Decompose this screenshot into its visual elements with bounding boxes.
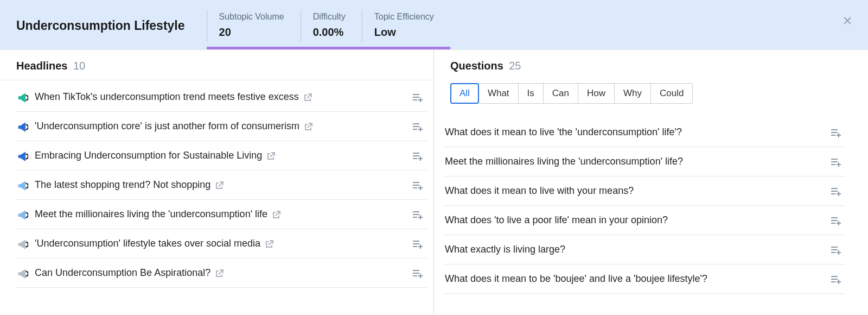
headline-row: Embracing Underconsumption for Sustainab… [16, 141, 427, 171]
headlines-column: Headlines 10 When TikTok's underconsumpt… [0, 50, 434, 315]
megaphone-icon [17, 238, 28, 249]
filter-why[interactable]: Why [615, 83, 651, 104]
megaphone-icon [17, 268, 28, 279]
headline-text: When TikTok's underconsumption trend mee… [35, 91, 405, 103]
headline-row: When TikTok's underconsumption trend mee… [16, 80, 427, 112]
megaphone-icon [17, 180, 28, 191]
headline-text-label: Can Underconsumption Be Aspirational? [35, 267, 210, 279]
headline-row: 'Underconsumption core' is just another … [16, 112, 427, 141]
add-to-list-button[interactable] [412, 180, 424, 191]
add-to-list-button[interactable] [830, 215, 842, 226]
add-to-list-button[interactable] [412, 92, 424, 103]
headlines-count: 10 [73, 60, 85, 72]
external-link-button[interactable] [215, 268, 225, 278]
external-link-button[interactable] [265, 239, 275, 249]
headline-row: Can Underconsumption Be Aspirational? [16, 259, 427, 288]
headline-text: Can Underconsumption Be Aspirational? [35, 267, 405, 279]
headline-text: 'Underconsumption' lifestyle takes over … [35, 238, 405, 249]
external-link-button[interactable] [303, 92, 313, 102]
question-text: What does it mean to live 'the 'undercon… [445, 127, 824, 138]
topic-metrics: Subtopic Volume 20 Difficulty 0.00% Topi… [207, 10, 450, 42]
headline-row: Meet the millionaires living the 'underc… [16, 200, 427, 229]
add-to-list-button[interactable] [830, 186, 842, 197]
headline-text-label: Meet the millionaires living the 'underc… [35, 209, 267, 220]
filter-how[interactable]: How [578, 83, 615, 104]
metric-difficulty: Difficulty 0.00% [301, 10, 362, 42]
headline-text: Meet the millionaires living the 'underc… [35, 209, 405, 220]
metric-subtopic-volume: Subtopic Volume 20 [207, 10, 301, 42]
filter-can[interactable]: Can [544, 83, 578, 104]
question-text: What does 'to live a poor life' mean in … [445, 215, 824, 226]
question-text: What does it mean to live with your mean… [445, 185, 824, 197]
headline-text: 'Underconsumption core' is just another … [35, 121, 405, 132]
filter-what[interactable]: What [479, 83, 519, 104]
external-link-button[interactable] [266, 151, 276, 161]
question-text: Meet the millionaires living the 'underc… [445, 156, 824, 167]
megaphone-icon [17, 121, 28, 132]
add-to-list-button[interactable] [830, 156, 842, 167]
close-button[interactable] [842, 15, 853, 26]
megaphone-icon [17, 150, 28, 161]
add-to-list-button[interactable] [830, 127, 842, 138]
metric-value: 0.00% [313, 26, 346, 39]
questions-column: Questions 25 AllWhatIsCanHowWhyCould Wha… [434, 50, 868, 315]
filter-is[interactable]: Is [519, 83, 544, 104]
filter-could[interactable]: Could [651, 83, 693, 104]
headline-row: The latest shopping trend? Not shopping [16, 171, 427, 200]
add-to-list-button[interactable] [412, 268, 424, 279]
external-link-button[interactable] [272, 210, 282, 219]
headline-text: Embracing Underconsumption for Sustainab… [35, 150, 405, 161]
close-icon [842, 18, 853, 28]
megaphone-icon [17, 92, 28, 103]
topic-header: Underconsumption Lifestyle Subtopic Volu… [0, 0, 868, 50]
metric-label: Topic Efficiency [374, 12, 434, 22]
question-filters: AllWhatIsCanHowWhyCould [450, 72, 852, 108]
question-row: What does it mean to be 'boujee' and liv… [444, 264, 845, 294]
headline-text-label: The latest shopping trend? Not shopping [35, 179, 210, 191]
headlines-title: Headlines [16, 60, 67, 72]
headline-text-label: 'Underconsumption' lifestyle takes over … [35, 238, 260, 249]
add-to-list-button[interactable] [412, 238, 424, 249]
megaphone-icon [17, 209, 28, 220]
topic-detail-panel: Underconsumption Lifestyle Subtopic Volu… [0, 0, 868, 315]
headlines-list[interactable]: When TikTok's underconsumption trend mee… [0, 80, 433, 315]
headline-text-label: 'Underconsumption core' is just another … [35, 121, 299, 132]
headline-text: The latest shopping trend? Not shopping [35, 179, 405, 191]
headline-row: 'Underconsumption' lifestyle takes over … [16, 229, 427, 259]
questions-list[interactable]: What does it mean to live 'the 'undercon… [434, 116, 863, 315]
metrics-underline [207, 47, 450, 49]
add-to-list-button[interactable] [412, 209, 424, 220]
headline-text-label: When TikTok's underconsumption trend mee… [35, 91, 299, 103]
add-to-list-button[interactable] [830, 274, 842, 285]
metric-value: Low [374, 26, 434, 39]
metric-topic-efficiency: Topic Efficiency Low [362, 10, 450, 42]
questions-header: Questions 25 AllWhatIsCanHowWhyCould [434, 50, 868, 116]
question-row: What does it mean to live 'the 'undercon… [444, 116, 845, 147]
question-row: What does it mean to live with your mean… [444, 177, 845, 206]
external-link-button[interactable] [215, 180, 225, 190]
add-to-list-button[interactable] [412, 121, 424, 132]
headline-text-label: Embracing Underconsumption for Sustainab… [35, 150, 262, 161]
questions-count: 25 [509, 60, 521, 72]
question-text: What exactly is living large? [445, 244, 824, 255]
question-row: What exactly is living large? [444, 235, 845, 264]
question-row: Meet the millionaires living the 'underc… [444, 147, 845, 177]
headlines-header: Headlines 10 [0, 50, 433, 80]
questions-title: Questions [450, 60, 503, 72]
question-row: What does 'to live a poor life' mean in … [444, 206, 845, 235]
filter-all[interactable]: All [450, 83, 479, 104]
add-to-list-button[interactable] [412, 150, 424, 161]
metric-label: Difficulty [313, 12, 346, 22]
metric-label: Subtopic Volume [219, 12, 284, 22]
topic-title: Underconsumption Lifestyle [16, 10, 207, 33]
question-text: What does it mean to be 'boujee' and liv… [445, 273, 824, 285]
panel-body: Headlines 10 When TikTok's underconsumpt… [0, 50, 868, 315]
metric-value: 20 [219, 26, 284, 39]
add-to-list-button[interactable] [830, 244, 842, 255]
external-link-button[interactable] [304, 122, 314, 131]
